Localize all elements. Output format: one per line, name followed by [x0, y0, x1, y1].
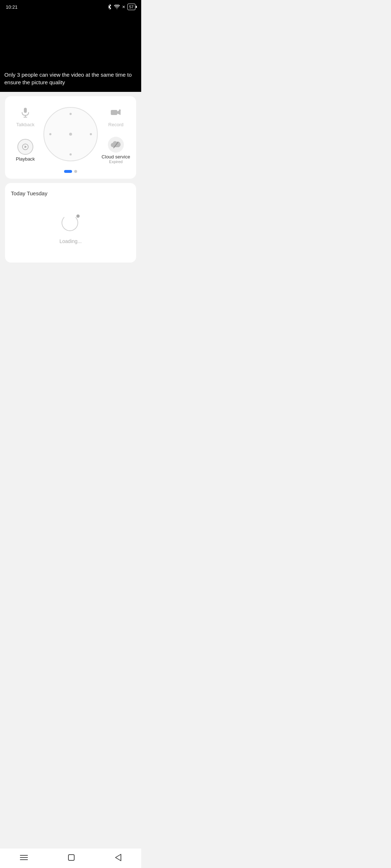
talkback-icon-wrap [17, 105, 33, 120]
spinner-ring [62, 214, 78, 231]
signal-x-icon: ✕ [122, 5, 125, 9]
battery-indicator: 57 [127, 4, 135, 10]
status-bar: 10:21 ✕ 57 [0, 0, 141, 12]
record-button[interactable]: Record [101, 105, 130, 131]
cloud-service-icon [111, 141, 121, 149]
microphone-icon [21, 107, 29, 118]
svg-rect-0 [24, 108, 27, 113]
bluetooth-icon [108, 4, 112, 10]
cloud-icon-wrap [108, 137, 124, 153]
wifi-icon [114, 5, 120, 9]
page-indicator-2[interactable] [74, 170, 77, 173]
video-message: Only 3 people can view the video at the … [4, 71, 137, 86]
controls-grid: Talkback Record [11, 103, 130, 165]
status-icons: ✕ 57 [108, 4, 135, 10]
cloud-service-button[interactable]: Cloud service Expired [101, 133, 130, 164]
video-area: Only 3 people can view the video at the … [0, 12, 141, 92]
svg-rect-3 [111, 110, 117, 115]
record-label: Record [108, 122, 123, 127]
spinner-dot [76, 214, 80, 218]
svg-point-4 [119, 110, 121, 111]
play-icon [22, 144, 29, 150]
record-icon [110, 109, 121, 116]
playback-icon-circle[interactable] [17, 139, 33, 155]
joystick-container[interactable] [40, 103, 101, 165]
time-display: 10:21 [6, 4, 18, 10]
joystick-dot-center [69, 133, 72, 136]
svg-marker-6 [25, 146, 27, 148]
spinner-container [62, 214, 80, 233]
record-icon-wrap [108, 105, 124, 120]
cloud-service-label: Cloud service [102, 154, 130, 159]
talkback-button[interactable]: Talkback [11, 105, 40, 131]
joystick-dot-top [70, 113, 72, 115]
talkback-label: Talkback [16, 122, 35, 127]
loading-area: Loading... [11, 207, 130, 251]
playback-label: Playback [16, 156, 35, 162]
joystick[interactable] [43, 107, 98, 161]
today-title: Today Tuesday [11, 190, 130, 196]
page-indicator-1[interactable] [64, 170, 72, 173]
today-card: Today Tuesday Loading... [5, 183, 136, 263]
joystick-dot-right [90, 133, 92, 135]
page-indicators [11, 170, 130, 173]
cloud-service-sublabel: Expired [109, 159, 122, 164]
controls-card: Talkback Record [5, 96, 136, 179]
playback-button[interactable]: Playback [11, 135, 40, 162]
joystick-dot-left [49, 133, 51, 135]
joystick-dot-bottom [70, 153, 72, 156]
loading-text: Loading... [59, 238, 82, 244]
